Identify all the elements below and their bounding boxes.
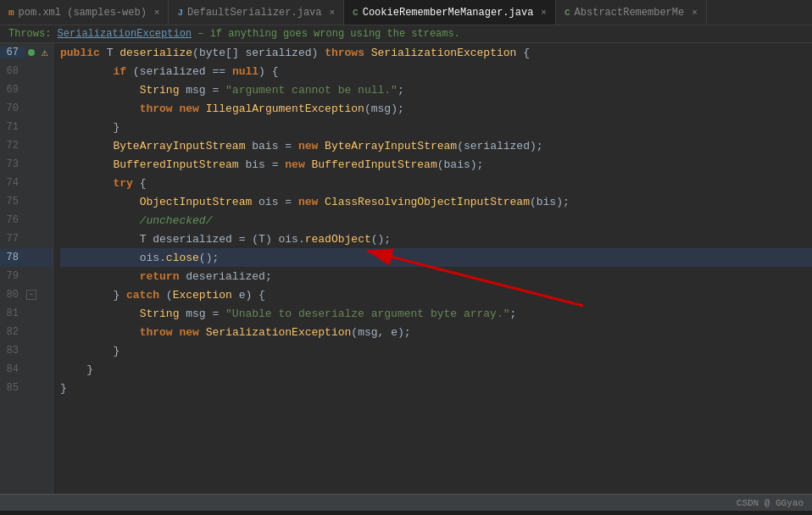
code-line-75: ObjectInputStream ois = new ClassResolvi…: [60, 192, 812, 211]
gutter-row-71: 71: [0, 118, 53, 136]
code-line-68: if (serialized == null) {: [60, 62, 812, 80]
status-bar: CSDN @ GGyao: [0, 494, 812, 511]
gutter-row-70: 70: [0, 99, 53, 118]
code-line-73: BufferedInputStream bis = new BufferedIn…: [60, 155, 812, 174]
gutter-row-72: 72: [0, 136, 53, 155]
javadoc-exception-link[interactable]: SerializationException: [58, 28, 192, 40]
tab-icon-abstract: C: [565, 8, 570, 18]
tab-close-pom[interactable]: ×: [154, 8, 160, 18]
code-line-77: T deserialized = (T) ois.readObject();: [60, 230, 812, 248]
code-content: public T deserialize(byte[] serialized) …: [53, 43, 812, 494]
line-number-73: 73: [0, 158, 25, 170]
line-number-84: 84: [0, 363, 25, 375]
tab-close-cookie[interactable]: ×: [541, 8, 547, 18]
line-number-74: 74: [0, 177, 25, 189]
code-line-79: return deserialized;: [60, 267, 812, 285]
code-line-72: ByteArrayInputStream bais = new ByteArra…: [60, 136, 812, 155]
code-line-71: }: [60, 118, 812, 136]
line-number-80: 80: [0, 289, 25, 301]
warning-icon-67: ⚠: [39, 47, 51, 58]
line-number-82: 82: [0, 326, 25, 338]
line-number-67: 67: [0, 47, 25, 58]
gutter-row-73: 73: [0, 155, 53, 174]
line-number-79: 79: [0, 270, 25, 282]
code-line-84: }: [60, 360, 812, 379]
line-number-71: 71: [0, 121, 25, 133]
code-line-67: public T deserialize(byte[] serialized) …: [60, 43, 812, 62]
tab-icon-j: J: [177, 8, 183, 18]
tab-bar: m pom.xml (samples-web) × J DefaultSeria…: [0, 0, 812, 25]
tab-pom[interactable]: m pom.xml (samples-web) ×: [0, 0, 169, 25]
tab-abstract[interactable]: C AbstractRememberMe ×: [556, 0, 707, 25]
gutter-row-78: 78: [0, 248, 53, 267]
gutter-row-68: 68: [0, 62, 53, 80]
line-number-69: 69: [0, 84, 25, 96]
tab-close-default[interactable]: ×: [330, 8, 336, 18]
gutter-row-69: 69: [0, 80, 53, 99]
line-number-76: 76: [0, 214, 25, 226]
tab-label-pom: pom.xml (samples-web): [19, 7, 147, 19]
tab-icon-cookie: C: [353, 8, 359, 18]
code-line-78: ois.close();: [60, 248, 812, 267]
breakpoint-icon-67[interactable]: [25, 47, 37, 58]
line-number-70: 70: [0, 102, 25, 114]
gutter-row-77: 77: [0, 230, 53, 248]
javadoc-bar: Throws: SerializationException – if anyt…: [0, 25, 812, 43]
code-line-85: }: [60, 379, 812, 397]
tab-label-cookie: CookieRememberMeManager.java: [363, 7, 534, 19]
gutter-row-79: 79: [0, 267, 53, 285]
line-number-68: 68: [0, 65, 25, 77]
tab-label-abstract: AbstractRememberMe: [575, 7, 685, 19]
tab-default[interactable]: J DefaultSerializer.java ×: [169, 0, 344, 25]
javadoc-suffix: – if anything goes wrong using the strea…: [192, 28, 460, 40]
line-number-85: 85: [0, 382, 25, 394]
code-line-74: try {: [60, 174, 812, 192]
gutter-row-85: 85: [0, 379, 53, 397]
gutter-row-82: 82: [0, 323, 53, 341]
code-line-82: throw new SerializationException(msg, e)…: [60, 323, 812, 341]
code-line-70: throw new IllegalArgumentException(msg);: [60, 99, 812, 118]
line-number-83: 83: [0, 345, 25, 357]
code-line-69: String msg = "argument cannot be null.";: [60, 80, 812, 99]
line-number-78: 78: [0, 252, 25, 263]
gutter-row-75: 75: [0, 192, 53, 211]
fold-icon-80[interactable]: -: [25, 289, 37, 301]
gutter-row-74: 74: [0, 174, 53, 192]
gutter-row-67: 67 ⚠: [0, 43, 53, 62]
line-number-81: 81: [0, 307, 25, 319]
code-line-80: } catch (Exception e) {: [60, 285, 812, 304]
gutter-row-80: 80 -: [0, 285, 53, 304]
gutter-icon-68: [25, 65, 37, 77]
line-number-75: 75: [0, 196, 25, 208]
gutter-row-84: 84: [0, 360, 53, 379]
gutter-row-76: 76: [0, 211, 53, 230]
gutter-row-81: 81: [0, 304, 53, 323]
tab-label-default: DefaultSerializer.java: [187, 7, 321, 19]
javadoc-prefix: Throws:: [8, 28, 58, 40]
gutter-row-83: 83: [0, 341, 53, 360]
gutter: 67 ⚠ 68 69 70 71 72 73 74: [0, 43, 53, 494]
code-area: 67 ⚠ 68 69 70 71 72 73 74: [0, 43, 812, 494]
tab-close-abstract[interactable]: ×: [692, 8, 698, 18]
code-line-83: }: [60, 341, 812, 360]
status-credit: CSDN @ GGyao: [737, 498, 804, 508]
line-number-77: 77: [0, 233, 25, 245]
code-line-76: /unchecked/: [60, 211, 812, 230]
line-number-72: 72: [0, 140, 25, 152]
code-line-81: String msg = "Unable to deserialze argum…: [60, 304, 812, 323]
tab-icon-m: m: [8, 8, 14, 18]
tab-cookie[interactable]: C CookieRememberMeManager.java ×: [344, 0, 556, 25]
